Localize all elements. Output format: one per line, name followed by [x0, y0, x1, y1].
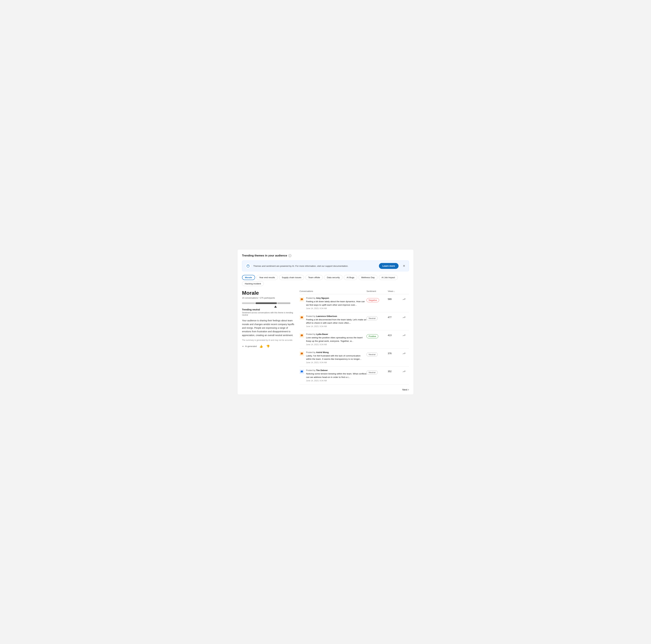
close-banner-button[interactable]: ✕ — [402, 264, 406, 268]
conv-date: June 14, 2023, 9:34 AM — [306, 343, 367, 346]
conv-date: June 14, 2023, 9:34 AM — [306, 325, 367, 328]
ai-actions: ✦ AI-generated 👍 👎 — [242, 344, 294, 349]
conv-text: Feeling a bit down lately about the team… — [306, 300, 367, 307]
tags-row-1: MoraleYear end resultsSupply chain issue… — [242, 275, 409, 280]
conv-action[interactable] — [402, 369, 409, 374]
table-header: Conversations Sentiment Views ↓ — [300, 290, 409, 294]
ai-badge-label: AI-generated — [245, 345, 257, 347]
svg-point-1 — [248, 265, 248, 266]
sentiment-bar — [242, 302, 294, 305]
tag-wellness-day[interactable]: Wellness Day — [359, 275, 377, 280]
trend-icon[interactable] — [402, 316, 405, 319]
conv-views: 477 — [388, 315, 402, 318]
conv-views: 352 — [388, 369, 402, 373]
conv-author: Posted by Lawrence Gilbertson — [306, 315, 367, 317]
ai-sparkle-icon: ✦ — [242, 345, 244, 348]
table-row: Posted by Amy Nguyen Feeling a bit down … — [300, 294, 409, 312]
trend-icon[interactable] — [402, 298, 405, 301]
left-panel: Morale 15 conversations • 275 participan… — [242, 290, 294, 391]
conv-icon — [300, 297, 304, 302]
conv-icon — [300, 351, 304, 356]
table-row: Posted by Tim Deboer Noticing some tensi… — [300, 366, 409, 385]
sentiment-cell: Neutral — [367, 369, 388, 374]
tag-year-end-results[interactable]: Year end results — [256, 275, 278, 280]
conv-views: 589 — [388, 297, 402, 300]
info-icon[interactable]: i — [288, 254, 291, 257]
participants-count: 275 participants — [260, 297, 275, 299]
col-action — [402, 290, 409, 293]
conv-author: Posted by Astrid Wong — [306, 351, 367, 354]
bar-triangle — [274, 306, 277, 308]
thumbs-up-button[interactable]: 👍 — [259, 344, 264, 349]
conv-body: Posted by Lydia Bauer Love seeing the po… — [306, 333, 367, 346]
conv-icon — [300, 369, 304, 374]
sort-icon: ↓ — [394, 290, 395, 293]
conversations-count: 15 conversations — [242, 297, 258, 299]
sentiment-badge: Neutral — [367, 316, 378, 320]
sentiment-bar-container — [242, 302, 294, 308]
page-title-text: Trending themes in your audience — [242, 254, 287, 257]
tag-ai-job-impact[interactable]: AI Job Impact — [379, 275, 398, 280]
next-label: Next — [402, 388, 407, 391]
bar-neutral — [255, 302, 277, 304]
conv-body: Posted by Amy Nguyen Feeling a bit down … — [306, 297, 367, 310]
ai-badge: ✦ AI-generated — [242, 345, 257, 348]
trend-icon[interactable] — [402, 352, 405, 356]
theme-meta: 15 conversations • 275 participants — [242, 297, 294, 299]
sentiment-badge: Negative — [367, 298, 379, 302]
conv-icon — [300, 315, 304, 320]
sentiment-badge: Positive — [367, 334, 378, 338]
next-button[interactable]: Next › — [402, 388, 409, 391]
theme-summary: Your audience is sharing their feelings … — [242, 319, 294, 337]
tag-team-offsite[interactable]: Team offsite — [305, 275, 323, 280]
bar-positive — [277, 302, 290, 304]
right-panel: Conversations Sentiment Views ↓ Posted b… — [300, 290, 409, 391]
conv-date: June 14, 2023, 9:34 AM — [306, 361, 367, 364]
conv-date: June 14, 2023, 9:34 AM — [306, 307, 367, 310]
conversations-list: Posted by Amy Nguyen Feeling a bit down … — [300, 294, 409, 385]
theme-name: Morale — [242, 290, 294, 296]
tag-data-security[interactable]: Data security — [324, 275, 342, 280]
conv-main: Posted by Amy Nguyen Feeling a bit down … — [300, 297, 367, 310]
ai-disclaimer: The summary is generated by AI and may n… — [242, 339, 294, 341]
learn-more-button[interactable]: Learn more — [379, 263, 399, 269]
conv-action[interactable] — [402, 351, 409, 356]
tag-morale[interactable]: Morale — [242, 275, 255, 280]
tag-supply-chain-issues[interactable]: Supply chain issues — [279, 275, 304, 280]
trending-label: Trending neutral — [242, 308, 294, 311]
tag-ai-bugs[interactable]: AI Bugs — [344, 275, 357, 280]
pagination-row: Next › — [300, 388, 409, 391]
content-area: Morale 15 conversations • 275 participan… — [242, 290, 409, 391]
trending-sublabel: Sentiment across conversations with this… — [242, 311, 294, 316]
conv-action[interactable] — [402, 297, 409, 301]
conv-action[interactable] — [402, 333, 409, 338]
conv-text: Feeling a bit disconnected from the team… — [306, 318, 367, 325]
trend-icon[interactable] — [402, 370, 405, 374]
trend-icon[interactable] — [402, 334, 405, 338]
conv-body: Posted by Tim Deboer Noticing some tensi… — [306, 369, 367, 382]
table-row: Posted by Lydia Bauer Love seeing the po… — [300, 330, 409, 348]
table-row: Posted by Astrid Wong Lately, I've felt … — [300, 348, 409, 367]
conv-views: 413 — [388, 333, 402, 337]
sentiment-cell: Neutral — [367, 351, 388, 357]
thumbs-down-button[interactable]: 👎 — [266, 344, 271, 349]
col-conversations: Conversations — [300, 290, 367, 293]
sentiment-badge: Neutral — [367, 370, 378, 374]
col-views[interactable]: Views ↓ — [388, 290, 402, 293]
conv-date: June 14, 2023, 9:34 AM — [306, 379, 367, 382]
main-card: Trending themes in your audience i Theme… — [237, 249, 414, 395]
conv-author: Posted by Lydia Bauer — [306, 333, 367, 335]
page-title: Trending themes in your audience i — [242, 254, 409, 257]
conv-main: Posted by Tim Deboer Noticing some tensi… — [300, 369, 367, 382]
col-sentiment: Sentiment — [367, 290, 388, 293]
conv-text: Noticing some tension brewing within the… — [306, 372, 367, 379]
sentiment-badge: Neutral — [367, 352, 378, 357]
sentiment-cell: Positive — [367, 333, 388, 338]
conv-action[interactable] — [402, 315, 409, 319]
sentiment-cell: Neutral — [367, 315, 388, 320]
tags-section: MoraleYear end resultsSupply chain issue… — [242, 275, 409, 286]
bar-indicator — [242, 306, 294, 308]
tags-row-2: Hacking incident — [242, 281, 409, 286]
conv-views: 376 — [388, 351, 402, 355]
tag-hacking-incident[interactable]: Hacking incident — [242, 281, 264, 286]
